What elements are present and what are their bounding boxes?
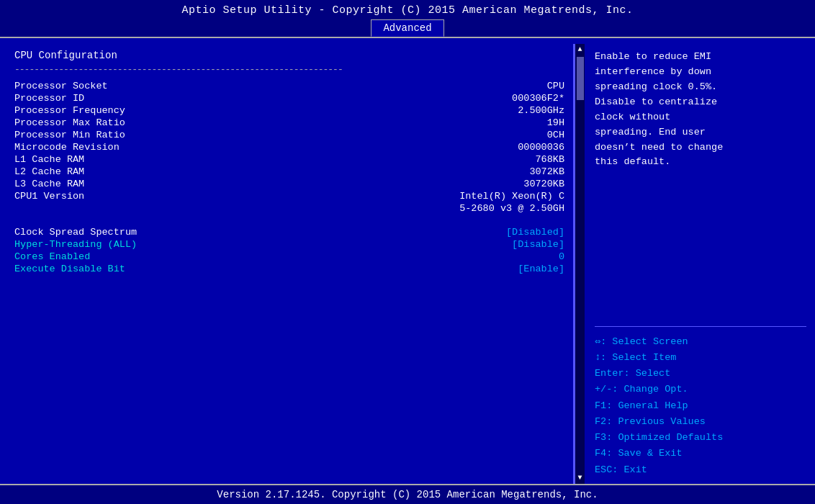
row-value[interactable]: 0 <box>420 251 564 262</box>
divider <box>595 326 806 327</box>
table-row: 5-2680 v3 @ 2.50GH <box>14 203 564 214</box>
key-help-line: F2: Previous Values <box>595 414 806 430</box>
title-bar: Aptio Setup Utility - Copyright (C) 2015… <box>0 0 815 17</box>
table-row: L3 Cache RAM 30720KB <box>14 179 564 189</box>
row-label: L3 Cache RAM <box>14 179 173 189</box>
help-line-6: spreading. End user <box>595 127 706 138</box>
key-help-line: +/-: Change Opt. <box>595 382 806 397</box>
row-label: Microcode Revision <box>14 142 173 153</box>
row-label: L2 Cache RAM <box>14 166 173 177</box>
key-help-line: F4: Save & Exit <box>595 446 806 462</box>
table-row: Hyper-Threading (ALL) [Disable] <box>14 239 564 250</box>
separator: ----------------------------------------… <box>14 64 564 75</box>
table-row: Microcode Revision 00000036 <box>14 142 564 153</box>
row-value[interactable]: [Disabled] <box>420 227 564 238</box>
left-panel: CPU Configuration ----------------------… <box>0 44 575 484</box>
key-help-line: ↕: Select Item <box>595 350 806 366</box>
key-help: ⇔: Select Screen ↕: Select Item Enter: S… <box>595 334 806 478</box>
scroll-down-arrow[interactable]: ▼ <box>577 474 582 482</box>
row-value: 30720KB <box>420 179 564 189</box>
table-row: Cores Enabled 0 <box>14 251 564 262</box>
row-value: Intel(R) Xeon(R) C <box>420 191 564 202</box>
status-text: Version 2.17.1245. Copyright (C) 2015 Am… <box>217 489 598 500</box>
row-value: 5-2680 v3 @ 2.50GH <box>420 203 564 214</box>
scroll-thumb <box>577 57 584 100</box>
table-row: Processor Frequency 2.500GHz <box>14 105 564 116</box>
help-line-1: Enable to reduce EMI <box>595 51 711 62</box>
table-row: Clock Spread Spectrum [Disabled] <box>14 227 564 238</box>
row-value: CPU <box>420 81 564 91</box>
row-value: 000306F2* <box>420 93 564 104</box>
key-help-line: F1: General Help <box>595 398 806 414</box>
table-row: Processor Max Ratio 19H <box>14 117 564 128</box>
row-label: L1 Cache RAM <box>14 154 173 165</box>
row-label: Processor Min Ratio <box>14 130 173 140</box>
bios-screen: Aptio Setup Utility - Copyright (C) 2015… <box>0 0 815 504</box>
content-wrapper: CPU Configuration ----------------------… <box>0 37 815 484</box>
table-row: L2 Cache RAM 3072KB <box>14 166 564 177</box>
row-value: 0CH <box>420 130 564 140</box>
table-row: Processor Min Ratio 0CH <box>14 130 564 140</box>
table-row: Execute Disable Bit [Enable] <box>14 264 564 274</box>
help-line-7: doesn’t need to change <box>595 142 723 153</box>
help-line-3: spreading clock 0.5%. <box>595 81 717 92</box>
key-help-line: Enter: Select <box>595 366 806 382</box>
tab-advanced[interactable]: Advanced <box>371 19 443 37</box>
tab-row: Advanced <box>0 17 815 37</box>
row-value[interactable]: [Enable] <box>420 264 564 274</box>
main-content: CPU Configuration ----------------------… <box>0 37 815 484</box>
section-title: CPU Configuration <box>14 50 564 61</box>
row-value: 2.500GHz <box>420 105 564 116</box>
title-text: Aptio Setup Utility - Copyright (C) 2015… <box>181 4 633 17</box>
row-label <box>14 203 173 214</box>
row-label[interactable]: Cores Enabled <box>14 251 173 262</box>
row-label: Processor Max Ratio <box>14 117 173 128</box>
key-help-line: ESC: Exit <box>595 462 806 478</box>
row-value: 00000036 <box>420 142 564 153</box>
row-value: 768KB <box>420 154 564 165</box>
row-label: Processor Socket <box>14 81 173 91</box>
table-row: Processor ID 000306F2* <box>14 93 564 104</box>
help-line-4: Disable to centralize <box>595 96 717 107</box>
scrollbar[interactable]: ▲ ▼ <box>575 44 585 484</box>
row-label: Processor ID <box>14 93 173 104</box>
right-panel: Enable to reduce EMI interference by dow… <box>585 44 815 484</box>
row-value: 3072KB <box>420 166 564 177</box>
row-label: Processor Frequency <box>14 105 173 116</box>
row-label: Clock Spread Spectrum <box>14 227 173 238</box>
row-value[interactable]: [Disable] <box>420 239 564 250</box>
key-help-line: F3: Optimized Defaults <box>595 430 806 446</box>
help-line-8: this default. <box>595 156 670 167</box>
row-label[interactable]: Execute Disable Bit <box>14 264 173 274</box>
table-row: L1 Cache RAM 768KB <box>14 154 564 165</box>
help-line-2: interference by down <box>595 66 711 77</box>
help-text: Enable to reduce EMI interference by dow… <box>595 50 806 319</box>
scroll-up-arrow[interactable]: ▲ <box>577 45 582 54</box>
table-row: CPU1 Version Intel(R) Xeon(R) C <box>14 191 564 202</box>
row-label[interactable]: Hyper-Threading (ALL) <box>14 239 173 250</box>
row-value: 19H <box>420 117 564 128</box>
status-bar: Version 2.17.1245. Copyright (C) 2015 Am… <box>0 484 815 504</box>
key-help-line: ⇔: Select Screen <box>595 334 806 350</box>
row-label: CPU1 Version <box>14 191 173 202</box>
help-line-5: clock without <box>595 112 670 122</box>
table-row: Processor Socket CPU <box>14 81 564 91</box>
